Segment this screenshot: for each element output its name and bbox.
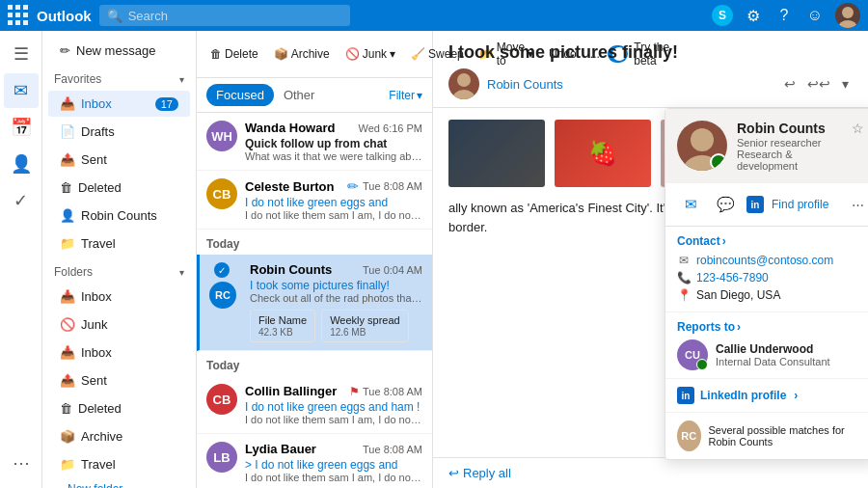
reply-all-icon[interactable]: ↩↩: [803, 72, 834, 95]
sidebar-item-inbox3[interactable]: 📥 Inbox: [48, 339, 190, 366]
people-icon[interactable]: 👤: [4, 147, 39, 181]
list-item[interactable]: WH Wanda Howard Wed 6:16 PM Quick follow…: [197, 113, 432, 171]
deleted-icon: 🗑: [60, 180, 72, 195]
expand-icon[interactable]: ▾: [838, 72, 853, 95]
sidebar-item-drafts[interactable]: 📄 Drafts: [48, 119, 190, 145]
suggestions-avatar: RC: [677, 420, 701, 451]
sidebar-item-robin[interactable]: 👤 Robin Counts: [48, 203, 190, 229]
skype-icon[interactable]: S: [712, 5, 733, 26]
email-detail-icon: ✉: [677, 254, 691, 267]
search-input[interactable]: [128, 9, 342, 23]
sidebar-item-inbox[interactable]: 📥 Inbox 17: [48, 91, 190, 117]
calendar-icon[interactable]: 📅: [4, 110, 39, 145]
mail-icon[interactable]: ✉: [4, 73, 39, 108]
filter-button[interactable]: Filter ▾: [389, 89, 422, 102]
suggestions-section: RC Several possible matches for Robin Co…: [665, 413, 868, 459]
list-item[interactable]: CB Celeste Burton ✏ Tue 8:08 AM I do not…: [197, 171, 432, 230]
compose-icon: ✏: [60, 43, 70, 58]
inbox-icon: 📥: [60, 96, 75, 111]
attachment-file1: File Name 42.3 KB: [250, 310, 315, 342]
contact-location-detail: 📍 San Diego, USA: [677, 286, 864, 304]
contact-phone-value[interactable]: 123-456-7890: [696, 271, 769, 285]
junk-icon: 🚫: [60, 317, 75, 332]
reports-avatar: CU: [677, 339, 708, 370]
sidebar-item-junk[interactable]: 🚫 Junk: [48, 312, 190, 338]
junk-button[interactable]: 🚫 Junk ▾: [339, 43, 401, 65]
suggestions-text: Several possible matches for Robin Count…: [709, 424, 865, 447]
avatar: WH: [206, 121, 237, 151]
search-box[interactable]: 🔍: [99, 5, 350, 26]
help-icon[interactable]: ?: [773, 5, 795, 26]
sidebar-item-travel2[interactable]: 📁 Travel: [48, 451, 190, 477]
find-profile-link[interactable]: Find profile: [772, 198, 828, 211]
feedback-icon[interactable]: ☺: [804, 5, 826, 26]
list-item[interactable]: ✓ RC Robin Counts Tue 0:04 AM I took som…: [197, 255, 432, 351]
attachment-row: File Name 42.3 KB Weekly spread 12.6 MB: [250, 310, 422, 342]
focused-tab[interactable]: Focused: [206, 84, 274, 106]
email-image-2: 🍓: [555, 120, 651, 187]
delete-button[interactable]: 🗑 Delete: [204, 43, 264, 65]
contact-info: Robin Counts Senior researcher Research …: [737, 121, 842, 172]
archive-button[interactable]: 📦 Archive: [268, 43, 336, 65]
sender-name[interactable]: Robin Counts: [487, 77, 563, 92]
sidebar-item-inbox2[interactable]: 📥 Inbox: [48, 284, 190, 310]
sidebar-item-travel[interactable]: 📁 Travel: [48, 230, 190, 257]
app-logo: Outlook: [8, 5, 92, 26]
contact-card-header: Robin Counts Senior researcher Research …: [665, 109, 868, 183]
sidebar-item-deleted[interactable]: 🗑 Deleted: [48, 175, 190, 201]
sent-icon: 📤: [60, 152, 75, 167]
contact-chat-icon[interactable]: 💬: [712, 191, 739, 218]
check-icon: ✓: [214, 262, 230, 278]
contact-dept: Research & development: [737, 149, 842, 172]
list-item[interactable]: LB Lydia Bauer Tue 8:08 AM > I do not li…: [197, 434, 432, 488]
contact-email-value[interactable]: robincounts@contoso.com: [696, 254, 833, 267]
linkedin-section: in LinkedIn profile ›: [665, 379, 868, 413]
contact-phone-detail: 📞 123-456-7890: [677, 269, 864, 286]
tasks-icon[interactable]: ✓: [4, 183, 39, 218]
sidebar-item-archive[interactable]: 📦 Archive: [48, 423, 190, 449]
linkedin-profile-button[interactable]: in LinkedIn profile ›: [677, 387, 864, 404]
contact-section-title[interactable]: Contact ›: [677, 234, 864, 248]
email-actions: ↩ ↩↩ ▾: [780, 72, 853, 95]
contact-email-icon[interactable]: ✉: [677, 191, 704, 218]
travel-icon: 📁: [60, 457, 75, 472]
archive2-icon: 📦: [274, 47, 288, 61]
new-message-button[interactable]: ✏ New message: [48, 38, 190, 64]
topbar-icons: S ⚙ ? ☺: [712, 3, 860, 28]
svg-point-5: [683, 155, 721, 171]
contact-chevron-icon: ›: [722, 234, 726, 248]
message-toolbar: 🗑 Delete 📦 Archive 🚫 Junk ▾ 🧹 Sweep 📂 Mo…: [197, 31, 432, 78]
other-tab[interactable]: Other: [274, 84, 325, 106]
avatar[interactable]: [835, 3, 860, 28]
sidebar-item-sent2[interactable]: 📤 Sent: [48, 367, 190, 393]
sweep-icon: 🧹: [411, 47, 425, 61]
reply-all-button[interactable]: ↩ Reply all: [433, 457, 868, 488]
reply-icon[interactable]: ↩: [780, 72, 800, 95]
topbar: Outlook 🔍 S ⚙ ? ☺: [0, 0, 868, 31]
avatar: LB: [206, 442, 237, 473]
avatar: CB: [206, 178, 237, 209]
focused-other-tabs: Focused Other Filter ▾: [197, 78, 432, 113]
attachment-file2: Weekly spread 12.6 MB: [321, 310, 409, 342]
email-meta: Robin Counts ↩ ↩↩ ▾: [448, 68, 853, 99]
list-item[interactable]: CB Collin Ballinger ⚑ Tue 8:08 AM I do n…: [197, 376, 432, 434]
inbox2-icon: 📥: [60, 289, 75, 304]
linkedin-logo-icon: in: [677, 387, 694, 404]
sidebar-item-sent[interactable]: 📤 Sent: [48, 147, 190, 173]
star-icon[interactable]: ☆: [852, 121, 864, 136]
contact-linkedin-icon[interactable]: in: [746, 196, 764, 213]
contact-title: Senior researcher: [737, 137, 842, 149]
contact-more-icon[interactable]: ⋯: [852, 198, 864, 212]
new-folder-button[interactable]: New folder: [42, 478, 196, 488]
suggestions-item: RC Several possible matches for Robin Co…: [677, 420, 864, 451]
drafts-icon: 📄: [60, 124, 75, 139]
contact-details-section: Contact › ✉ robincounts@contoso.com 📞 12…: [665, 227, 868, 312]
more-apps-icon[interactable]: ⋯: [4, 446, 39, 480]
hamburger-icon[interactable]: ☰: [4, 37, 39, 71]
settings-icon[interactable]: ⚙: [743, 5, 764, 26]
sidebar-item-deleted2[interactable]: 🗑 Deleted: [48, 395, 190, 421]
chevron-down-icon-2: ▾: [179, 267, 184, 278]
avatar: CB: [206, 384, 237, 415]
sender-avatar: [448, 68, 479, 99]
reports-to-title[interactable]: Reports to ›: [677, 320, 864, 334]
